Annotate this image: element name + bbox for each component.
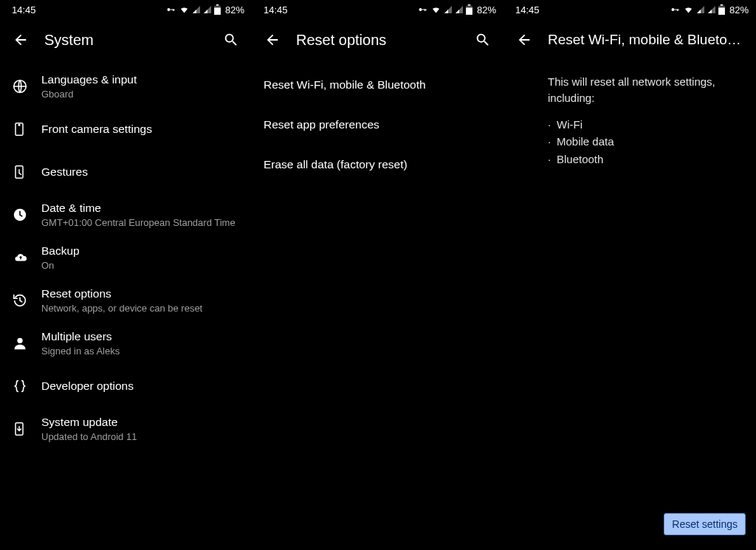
clock-icon	[9, 207, 41, 223]
row-title: Date & time	[41, 201, 240, 215]
status-clock: 14:45	[511, 4, 540, 16]
svg-rect-2	[173, 10, 173, 12]
back-button[interactable]	[258, 25, 287, 55]
svg-rect-6	[214, 7, 221, 15]
row-title: Languages & input	[41, 72, 240, 86]
svg-point-0	[167, 8, 170, 11]
svg-rect-1	[170, 10, 174, 10]
search-button[interactable]	[468, 25, 498, 55]
wifi-icon	[179, 5, 190, 14]
back-button[interactable]	[6, 25, 35, 55]
page-title: Reset Wi-Fi, mobile & Blueto…	[539, 32, 750, 48]
titlebar: Reset Wi-Fi, mobile & Blueto…	[504, 19, 756, 61]
battery-percent: 82%	[477, 4, 496, 16]
row-title: Gestures	[41, 165, 240, 179]
row-title: Backup	[41, 244, 240, 258]
screen-reset-options: 14:45 82% Reset options Reset Wi-Fi, mob…	[252, 0, 504, 550]
row-title: Front camera settings	[41, 122, 240, 136]
intro-text: This will reset all network settings, in…	[548, 74, 741, 106]
screen-reset-network: 14:45 82% Reset Wi-Fi, mobile & Blueto… …	[504, 0, 756, 550]
row-reset-app-preferences[interactable]: Reset app preferences	[252, 105, 504, 145]
signal-icon-1	[696, 5, 705, 14]
row-title: Developer options	[41, 379, 240, 393]
page-title: Reset options	[287, 32, 468, 49]
signal-icon-2	[203, 5, 212, 14]
row-gestures[interactable]: Gestures	[0, 151, 252, 193]
row-title: Reset options	[41, 286, 240, 300]
wifi-icon	[683, 5, 694, 14]
status-clock: 14:45	[259, 4, 288, 16]
braces-icon	[9, 378, 41, 394]
svg-rect-15	[422, 10, 426, 10]
status-clock: 14:45	[7, 4, 36, 16]
signal-icon-1	[192, 5, 201, 14]
bullet-mobile-data: ·Mobile data	[548, 134, 741, 150]
svg-rect-4	[216, 4, 219, 6]
arrow-back-icon	[516, 32, 532, 48]
gesture-icon	[9, 164, 41, 180]
search-icon	[475, 32, 491, 48]
battery-icon	[466, 4, 472, 15]
vpn-key-icon	[416, 5, 428, 14]
row-subtitle: Gboard	[41, 88, 240, 101]
signal-icon-1	[444, 5, 453, 14]
reset-settings-button[interactable]: Reset settings	[664, 513, 746, 535]
restore-icon	[9, 292, 41, 309]
reset-network-body: This will reset all network settings, in…	[504, 61, 756, 168]
arrow-back-icon	[264, 32, 281, 48]
row-subtitle: On	[41, 259, 240, 272]
svg-rect-24	[678, 10, 678, 11]
status-bar: 14:45 82%	[504, 0, 756, 19]
page-title: System	[35, 32, 216, 49]
battery-icon	[718, 4, 725, 15]
svg-rect-23	[677, 10, 678, 12]
status-bar: 14:45 82%	[252, 0, 504, 19]
row-date-time[interactable]: Date & time GMT+01:00 Central European S…	[0, 193, 252, 236]
svg-rect-18	[468, 4, 471, 6]
search-button[interactable]	[216, 25, 246, 55]
svg-rect-25	[721, 4, 724, 6]
row-subtitle: Updated to Android 11	[41, 430, 240, 444]
search-icon	[223, 32, 239, 48]
phone-icon	[9, 121, 41, 137]
row-title: Reset Wi-Fi, mobile & Bluetooth	[264, 78, 492, 92]
status-icons: 82%	[165, 4, 244, 16]
svg-point-9	[18, 124, 20, 126]
vpn-key-icon	[669, 5, 681, 14]
row-multiple-users[interactable]: Multiple users Signed in as Aleks	[0, 322, 252, 365]
row-title: Reset app preferences	[264, 117, 492, 131]
screen-system: 14:45 82% System	[0, 0, 252, 550]
row-subtitle: GMT+01:00 Central European Standard Time	[41, 216, 240, 230]
row-backup[interactable]: Backup On	[0, 236, 252, 279]
bullet-label: Mobile data	[557, 134, 614, 150]
status-icons: 82%	[416, 4, 496, 16]
bullet-wifi: ·Wi-Fi	[548, 117, 741, 133]
back-button[interactable]	[509, 25, 539, 55]
cloud-upload-icon	[9, 251, 41, 264]
bullet-label: Bluetooth	[557, 151, 603, 168]
battery-percent: 82%	[225, 4, 244, 16]
row-subtitle: Network, apps, or device can be reset	[41, 302, 240, 315]
titlebar: System	[0, 19, 252, 61]
svg-rect-17	[425, 10, 426, 11]
vpn-key-icon	[165, 5, 176, 14]
bullet-label: Wi-Fi	[557, 117, 583, 133]
svg-point-21	[671, 8, 674, 11]
battery-icon	[214, 4, 221, 15]
svg-rect-27	[718, 7, 725, 15]
person-icon	[9, 335, 41, 351]
svg-point-14	[419, 8, 422, 11]
row-developer-options[interactable]: Developer options	[0, 365, 252, 408]
row-system-update[interactable]: System update Updated to Android 11	[0, 408, 252, 450]
row-title: Multiple users	[41, 329, 240, 343]
reset-options-list: Reset Wi-Fi, mobile & Bluetooth Reset ap…	[252, 61, 504, 185]
row-reset-options[interactable]: Reset options Network, apps, or device c…	[0, 279, 252, 322]
row-erase-all-data[interactable]: Erase all data (factory reset)	[252, 145, 504, 185]
svg-rect-3	[173, 10, 174, 11]
row-languages-input[interactable]: Languages & input Gboard	[0, 65, 252, 108]
row-title: Erase all data (factory reset)	[264, 157, 492, 171]
globe-icon	[9, 78, 41, 94]
row-reset-wifi-mobile-bt[interactable]: Reset Wi-Fi, mobile & Bluetooth	[252, 65, 504, 105]
row-front-camera[interactable]: Front camera settings	[0, 108, 252, 151]
svg-rect-22	[674, 10, 678, 10]
